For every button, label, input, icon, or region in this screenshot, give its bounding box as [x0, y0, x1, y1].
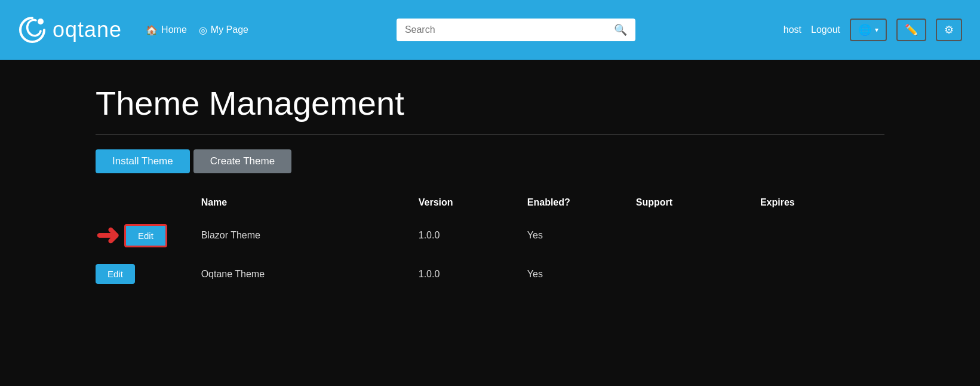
- home-icon: 🏠: [146, 24, 158, 36]
- table-row: ➜ Edit Blazor Theme 1.0.0 Yes: [96, 214, 884, 257]
- mypage-icon: ◎: [199, 24, 207, 36]
- action-buttons: Install Theme Create Theme: [96, 149, 884, 173]
- logout-button[interactable]: Logout: [811, 24, 840, 35]
- theme-version-1: 1.0.0: [419, 214, 527, 257]
- edit-icon-button[interactable]: ✏️: [896, 19, 926, 41]
- theme-table: Name Version Enabled? Support Expires ➜ …: [96, 191, 884, 291]
- pencil-icon: ✏️: [905, 23, 918, 36]
- search-box: 🔍: [397, 19, 635, 41]
- search-input[interactable]: [405, 24, 608, 35]
- theme-expires-2: [760, 257, 884, 291]
- col-header-action: [96, 191, 201, 214]
- theme-name-2: Oqtane Theme: [201, 257, 419, 291]
- logo-text: oqtane: [53, 17, 122, 42]
- gear-icon: ⚙: [944, 23, 954, 36]
- search-icon[interactable]: 🔍: [614, 23, 627, 36]
- main-content: Theme Management Install Theme Create Th…: [0, 60, 980, 386]
- table-header: Name Version Enabled? Support Expires: [96, 191, 884, 214]
- svg-point-0: [38, 19, 44, 24]
- globe-icon: 🌐: [858, 23, 871, 36]
- theme-support-1: [636, 214, 760, 257]
- edit-button-2[interactable]: Edit: [96, 264, 135, 284]
- settings-button[interactable]: ⚙: [936, 19, 962, 41]
- nav: 🏠 Home ◎ My Page: [146, 24, 248, 36]
- install-theme-button[interactable]: Install Theme: [96, 149, 190, 173]
- table-row: Edit Oqtane Theme 1.0.0 Yes: [96, 257, 884, 291]
- search-area: 🔍: [266, 19, 766, 41]
- edit-arrow-group: ➜ Edit: [96, 221, 192, 250]
- nav-mypage[interactable]: ◎ My Page: [199, 24, 248, 36]
- create-theme-button[interactable]: Create Theme: [193, 149, 291, 173]
- theme-enabled-2: Yes: [527, 257, 636, 291]
- logo-icon: [18, 16, 47, 44]
- theme-enabled-1: Yes: [527, 214, 636, 257]
- nav-home-label: Home: [161, 24, 187, 35]
- col-header-expires: Expires: [760, 191, 884, 214]
- action-cell-2: Edit: [96, 257, 201, 291]
- edit-button-1[interactable]: Edit: [124, 224, 167, 247]
- chevron-down-icon: ▾: [875, 26, 878, 34]
- theme-expires-1: [760, 214, 884, 257]
- nav-home[interactable]: 🏠 Home: [146, 24, 187, 36]
- header-right: host Logout 🌐 ▾ ✏️ ⚙: [784, 19, 962, 41]
- globe-button[interactable]: 🌐 ▾: [850, 19, 887, 41]
- page-title: Theme Management: [96, 84, 884, 122]
- red-arrow-icon: ➜: [96, 221, 119, 250]
- col-header-version: Version: [419, 191, 527, 214]
- col-header-support: Support: [636, 191, 760, 214]
- table-body: ➜ Edit Blazor Theme 1.0.0 Yes Edit Oqtan…: [96, 214, 884, 291]
- col-header-name: Name: [201, 191, 419, 214]
- theme-support-2: [636, 257, 760, 291]
- col-header-enabled: Enabled?: [527, 191, 636, 214]
- theme-name-1: Blazor Theme: [201, 214, 419, 257]
- header: oqtane 🏠 Home ◎ My Page 🔍 host Logout 🌐 …: [0, 0, 980, 60]
- divider: [96, 134, 884, 135]
- action-cell-1: ➜ Edit: [96, 214, 201, 257]
- theme-version-2: 1.0.0: [419, 257, 527, 291]
- logo: oqtane: [18, 16, 122, 44]
- nav-mypage-label: My Page: [211, 24, 248, 35]
- username: host: [784, 24, 801, 35]
